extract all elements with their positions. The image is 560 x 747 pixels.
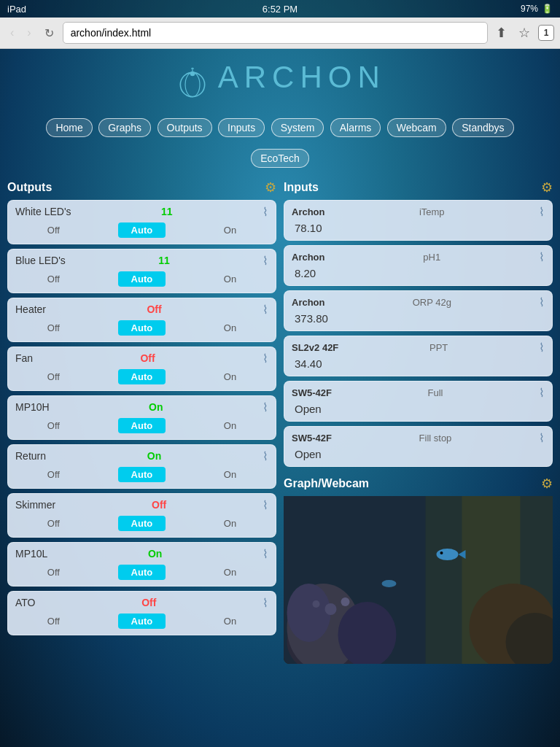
right-column: Inputs ⚙ Archon iTemp ⌇ 78.10 Archon pH1	[284, 179, 553, 664]
output-on-8[interactable]: On	[218, 614, 242, 628]
graph-title: Graph/Webcam	[284, 477, 369, 490]
output-on-6[interactable]: On	[218, 516, 242, 530]
output-auto-6[interactable]: Auto	[118, 516, 166, 531]
output-name-8: ATO	[15, 597, 36, 608]
carrier-label: iPad	[7, 4, 26, 15]
nav-standbys[interactable]: Standbys	[452, 118, 513, 137]
nav-inputs[interactable]: Inputs	[218, 118, 265, 137]
output-auto-3[interactable]: Auto	[118, 369, 166, 384]
output-on-4[interactable]: On	[218, 419, 242, 433]
output-on-0[interactable]: On	[218, 223, 242, 237]
input-wave-2[interactable]: ⌇	[539, 295, 545, 309]
output-on-2[interactable]: On	[218, 321, 242, 335]
outputs-title: Outputs	[7, 181, 52, 194]
wave-icon-5[interactable]: ⌇	[262, 449, 268, 463]
output-off-6[interactable]: Off	[42, 516, 66, 530]
output-auto-1[interactable]: Auto	[118, 271, 166, 287]
output-auto-7[interactable]: Auto	[118, 565, 166, 580]
output-card-fan: Fan Off ⌇ Off Auto On	[7, 347, 276, 391]
time-label: 6:52 PM	[262, 4, 298, 15]
nav-graphs[interactable]: Graphs	[98, 118, 151, 137]
nav-ecotech[interactable]: EcoTech	[251, 149, 309, 168]
output-auto-2[interactable]: Auto	[118, 320, 166, 336]
output-off-5[interactable]: Off	[42, 468, 66, 481]
wave-icon-0[interactable]: ⌇	[262, 205, 268, 219]
inputs-gear-icon[interactable]: ⚙	[541, 179, 553, 196]
input-source-1: Archon	[292, 252, 325, 263]
input-wave-0[interactable]: ⌇	[539, 205, 545, 219]
wave-icon-1[interactable]: ⌇	[262, 254, 268, 268]
output-status-1: 11	[158, 255, 170, 266]
wave-icon-4[interactable]: ⌇	[262, 400, 268, 414]
input-card-1: Archon pH1 ⌇ 8.20	[284, 245, 553, 286]
input-card-0: Archon iTemp ⌇ 78.10	[284, 200, 553, 241]
output-off-8[interactable]: Off	[42, 614, 66, 628]
input-wave-3[interactable]: ⌇	[539, 341, 545, 355]
logo-area: ARCHON	[0, 49, 560, 110]
output-off-4[interactable]: Off	[42, 419, 66, 433]
output-status-6: Off	[152, 499, 166, 511]
back-button[interactable]: ‹	[6, 25, 18, 41]
input-card-4: SW5-42F Full ⌇ Open	[284, 381, 553, 422]
output-off-3[interactable]: Off	[42, 370, 66, 384]
outputs-panel: Outputs ⚙ White LED's 11 ⌇ Off Auto On B	[7, 179, 276, 664]
output-on-7[interactable]: On	[218, 565, 242, 579]
input-value-3: 34.40	[292, 357, 545, 370]
output-off-7[interactable]: Off	[42, 565, 66, 579]
output-name-5: Return	[15, 450, 46, 462]
output-on-5[interactable]: On	[218, 468, 242, 481]
logo-icon	[174, 66, 211, 103]
share-button[interactable]: ⬆	[492, 23, 510, 42]
input-name-2: ORP 42g	[413, 297, 451, 308]
input-card-2: Archon ORP 42g ⌇ 373.80	[284, 290, 553, 331]
nav-webcam[interactable]: Webcam	[387, 118, 446, 137]
graph-header: Graph/Webcam ⚙	[284, 476, 553, 492]
nav-bar: Home Graphs Outputs Inputs System Alarms…	[0, 110, 560, 144]
input-wave-1[interactable]: ⌇	[539, 250, 545, 264]
status-bar: iPad 6:52 PM 97% 🔋	[0, 0, 560, 18]
wave-icon-2[interactable]: ⌇	[262, 303, 268, 317]
outputs-gear-icon[interactable]: ⚙	[265, 179, 276, 196]
output-status-0: 11	[161, 206, 173, 217]
output-status-7: On	[148, 548, 162, 560]
reload-button[interactable]: ↻	[40, 25, 58, 42]
nav-outputs[interactable]: Outputs	[158, 118, 212, 137]
output-card-blue-leds: Blue LED's 11 ⌇ Off Auto On	[7, 249, 276, 293]
input-value-5: Open	[292, 448, 545, 460]
input-wave-5[interactable]: ⌇	[539, 431, 545, 445]
input-source-5: SW5-42F	[292, 433, 332, 444]
output-auto-4[interactable]: Auto	[118, 418, 166, 433]
nav-alarms[interactable]: Alarms	[330, 118, 381, 137]
output-on-1[interactable]: On	[218, 272, 242, 286]
nav-system[interactable]: System	[271, 118, 324, 137]
output-auto-8[interactable]: Auto	[118, 614, 166, 629]
input-value-2: 373.80	[292, 312, 545, 325]
wave-icon-8[interactable]: ⌇	[262, 596, 268, 610]
output-off-1[interactable]: Off	[42, 272, 66, 286]
webcam-image	[284, 496, 553, 664]
output-on-3[interactable]: On	[218, 370, 242, 384]
wave-icon-7[interactable]: ⌇	[262, 547, 268, 561]
input-value-4: Open	[292, 403, 545, 415]
address-bar[interactable]	[63, 22, 488, 44]
input-wave-4[interactable]: ⌇	[539, 386, 545, 400]
tab-count[interactable]: 1	[538, 25, 554, 41]
output-auto-0[interactable]: Auto	[118, 222, 166, 238]
output-name-2: Heater	[15, 303, 46, 315]
graph-gear-icon[interactable]: ⚙	[541, 476, 553, 492]
forward-button[interactable]: ›	[23, 25, 35, 41]
inputs-panel: Inputs ⚙ Archon iTemp ⌇ 78.10 Archon pH1	[284, 179, 553, 471]
output-card-mp10l: MP10L On ⌇ Off Auto On	[7, 542, 276, 587]
output-off-0[interactable]: Off	[42, 223, 66, 237]
browser-chrome: ‹ › ↻ ⬆ ☆ 1	[0, 18, 560, 49]
output-name-7: MP10L	[15, 548, 47, 560]
output-card-mp10h: MP10H On ⌇ Off Auto On	[7, 395, 276, 440]
output-auto-5[interactable]: Auto	[118, 467, 166, 482]
nav-home[interactable]: Home	[46, 118, 92, 137]
nav-sub-bar: EcoTech	[0, 144, 560, 176]
wave-icon-3[interactable]: ⌇	[262, 352, 268, 365]
wave-icon-6[interactable]: ⌇	[262, 498, 268, 512]
bookmark-button[interactable]: ☆	[515, 23, 534, 42]
svg-point-10	[287, 584, 331, 642]
output-off-2[interactable]: Off	[42, 321, 66, 335]
